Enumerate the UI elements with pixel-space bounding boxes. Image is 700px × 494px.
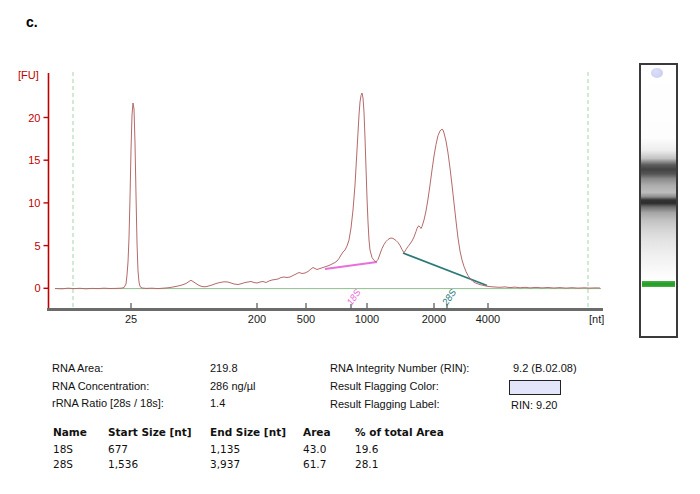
flag-color-swatch: [509, 380, 561, 395]
rna-area-value: 219.8: [210, 362, 238, 375]
gel-marker-band: [642, 281, 675, 287]
table-row-18s-area: 43.0: [303, 443, 326, 456]
col-header-name: Name: [53, 426, 87, 439]
x-tick-label-200: 200: [248, 313, 266, 325]
col-header-pct: % of total Area: [355, 426, 444, 439]
y-tick-label-0: 0: [34, 282, 40, 294]
table-row-28s-pct: 28.1: [355, 458, 378, 471]
y-tick-label-15: 15: [28, 154, 40, 166]
x-tick-label-1000: 1000: [355, 313, 379, 325]
bioanalyzer-report-page: c. [FU]0510152025200500100020004000[nt]1…: [0, 0, 700, 494]
table-row-18s-start: 677: [108, 443, 128, 456]
electropherogram-chart: [FU]0510152025200500100020004000[nt]18S2…: [0, 0, 620, 345]
rna-concentration-value: 286 ng/µl: [210, 380, 255, 393]
x-tick-label-500: 500: [297, 313, 315, 325]
28S-baseline-region-line: [403, 253, 487, 286]
col-header-area: Area: [303, 426, 331, 439]
y-axis-title: [FU]: [18, 69, 39, 81]
x-tick-label-2000: 2000: [422, 313, 446, 325]
fluorescence-trace: [55, 93, 600, 289]
col-header-end: End Size [nt]: [210, 426, 286, 439]
rin-label: RNA Integrity Number (RIN):: [330, 362, 469, 375]
y-tick-label-10: 10: [28, 197, 40, 209]
rin-value: 9.2 (B.02.08): [513, 362, 577, 375]
gel-well-dot: [651, 68, 663, 78]
flag-label-label: Result Flagging Label:: [330, 398, 439, 411]
table-row-28s-name: 28S: [53, 458, 73, 471]
gel-band-smear: [641, 65, 676, 336]
flag-label-value: RIN: 9.20: [511, 399, 557, 412]
table-row-28s-area: 61.7: [303, 458, 326, 471]
table-row-18s-pct: 19.6: [355, 443, 378, 456]
rrna-ratio-label: rRNA Ratio [28s / 18s]:: [52, 397, 164, 410]
rna-area-label: RNA Area:: [52, 362, 103, 375]
rna-concentration-label: RNA Concentration:: [52, 380, 149, 393]
table-row-28s-end: 3,937: [210, 458, 240, 471]
18s-peak-label: 18S: [344, 286, 363, 307]
28s-peak-label: 28S: [439, 286, 459, 308]
x-tick-label-25: 25: [125, 313, 137, 325]
table-row-18s-end: 1,135: [210, 443, 240, 456]
y-tick-label-5: 5: [34, 240, 40, 252]
rrna-ratio-value: 1.4: [210, 397, 225, 410]
gel-lane: [639, 63, 678, 338]
table-row-28s-start: 1,536: [108, 458, 138, 471]
table-row-18s-name: 18S: [53, 443, 73, 456]
flag-color-label: Result Flagging Color:: [330, 380, 439, 393]
col-header-start: Start Size [nt]: [108, 426, 192, 439]
y-tick-label-20: 20: [28, 112, 40, 124]
x-tick-label-4000: 4000: [476, 313, 500, 325]
x-axis-title: [nt]: [589, 313, 604, 325]
